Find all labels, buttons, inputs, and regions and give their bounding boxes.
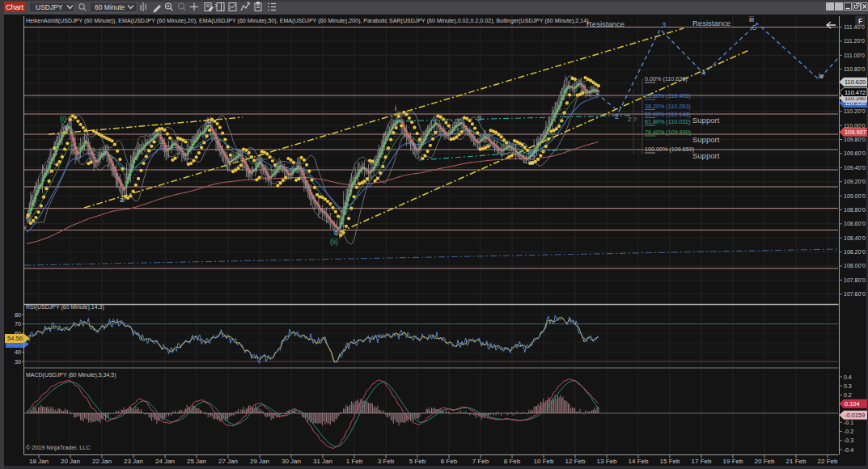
svg-text:0.00% (110.636): 0.00% (110.636) bbox=[645, 75, 688, 82]
svg-text:109.80’0: 109.80’0 bbox=[844, 137, 866, 142]
svg-text:Support: Support bbox=[692, 135, 720, 144]
svg-text:a: a bbox=[120, 196, 124, 204]
svg-text:USDJPY: USDJPY bbox=[36, 3, 63, 11]
svg-text:110.00’0: 110.00’0 bbox=[844, 123, 865, 129]
svg-text:2 ?: 2 ? bbox=[628, 116, 637, 123]
svg-text:i: i bbox=[565, 74, 566, 82]
svg-text:20 Feb: 20 Feb bbox=[755, 458, 775, 465]
svg-text:i: i bbox=[395, 104, 396, 112]
svg-text:110.620: 110.620 bbox=[845, 78, 866, 86]
svg-text:61.80% (110.032): 61.80% (110.032) bbox=[645, 118, 691, 125]
svg-text:10 Feb: 10 Feb bbox=[534, 458, 554, 465]
svg-text:22 Jan: 22 Jan bbox=[92, 458, 112, 465]
svg-text:b: b bbox=[207, 116, 211, 125]
svg-text:76.40% (109.890): 76.40% (109.890) bbox=[645, 129, 691, 136]
svg-text:60 Minute: 60 Minute bbox=[95, 3, 125, 11]
svg-text:110.80’0: 110.80’0 bbox=[844, 66, 865, 72]
svg-text:(ii): (ii) bbox=[330, 238, 338, 246]
svg-text:2: 2 bbox=[615, 112, 619, 120]
svg-text:c: c bbox=[334, 229, 338, 237]
svg-text:29 Jan: 29 Jan bbox=[250, 458, 269, 465]
svg-text:6 Feb: 6 Feb bbox=[441, 458, 458, 465]
svg-text:109.907: 109.907 bbox=[845, 129, 866, 136]
svg-text:C: C bbox=[531, 150, 537, 158]
svg-text:108.60’0: 108.60’0 bbox=[844, 221, 866, 226]
svg-text:40: 40 bbox=[15, 349, 21, 356]
svg-text:30 Jan: 30 Jan bbox=[282, 458, 301, 465]
svg-text:-0.1: -0.1 bbox=[844, 420, 853, 425]
svg-text:RSI(USDJPY (60 Minute),14,3): RSI(USDJPY (60 Minute),14,3) bbox=[26, 304, 104, 311]
svg-text:HeikenAshi8(USDJPY (60 Minute): HeikenAshi8(USDJPY (60 Minute)), EMA(USD… bbox=[26, 18, 589, 24]
svg-text:108.00’0: 108.00’0 bbox=[844, 263, 866, 268]
svg-text:111.40’0: 111.40’0 bbox=[844, 24, 865, 30]
svg-text:109.00’0: 109.00’0 bbox=[844, 193, 866, 199]
svg-text:iv: iv bbox=[819, 72, 824, 80]
svg-text:23.60% (110.406): 23.60% (110.406) bbox=[645, 92, 691, 99]
svg-text:109.20’0: 109.20’0 bbox=[844, 179, 866, 184]
svg-text:21 Feb: 21 Feb bbox=[786, 458, 807, 465]
svg-text:107.60’0: 107.60’0 bbox=[844, 291, 866, 297]
svg-text:25 Jan: 25 Jan bbox=[187, 458, 206, 465]
svg-text:19 Feb: 19 Feb bbox=[723, 458, 743, 465]
svg-text:5: 5 bbox=[752, 23, 756, 32]
svg-text:1 Feb: 1 Feb bbox=[346, 458, 363, 465]
svg-text:15 Feb: 15 Feb bbox=[660, 458, 680, 465]
svg-text:A: A bbox=[411, 140, 416, 148]
svg-text:18 Jan: 18 Jan bbox=[29, 458, 49, 465]
svg-text:0.104: 0.104 bbox=[845, 400, 860, 408]
svg-text:Chart: Chart bbox=[6, 3, 24, 11]
svg-text:80: 80 bbox=[15, 311, 21, 319]
svg-text:12 Feb: 12 Feb bbox=[565, 458, 586, 465]
svg-text:3 Feb: 3 Feb bbox=[378, 458, 395, 465]
svg-text:38.20% (110.263): 38.20% (110.263) bbox=[645, 103, 691, 110]
svg-text:-0.0159: -0.0159 bbox=[845, 412, 865, 419]
svg-text:3: 3 bbox=[662, 21, 666, 29]
svg-text:Support: Support bbox=[692, 151, 720, 160]
svg-text:8 Feb: 8 Feb bbox=[504, 458, 521, 465]
svg-text:24 Jan: 24 Jan bbox=[155, 458, 175, 465]
svg-text:F: F bbox=[858, 17, 862, 25]
svg-text:17 Feb: 17 Feb bbox=[692, 458, 712, 465]
svg-text:© 2019 NinjaTrader, LLC: © 2019 NinjaTrader, LLC bbox=[26, 444, 90, 451]
svg-text:111.20’0: 111.20’0 bbox=[844, 38, 865, 44]
svg-text:0.4: 0.4 bbox=[844, 374, 852, 380]
svg-text:7 Feb: 7 Feb bbox=[472, 458, 489, 465]
svg-text:MACD(USDJPY (60 Minute),5,34,5: MACD(USDJPY (60 Minute),5,34,5) bbox=[26, 372, 116, 378]
svg-text:-0.4: -0.4 bbox=[844, 447, 853, 453]
svg-text:110.20’0: 110.20’0 bbox=[844, 108, 865, 114]
svg-text:B: B bbox=[477, 114, 482, 122]
svg-text:0.3: 0.3 bbox=[844, 383, 852, 389]
svg-text:(i): (i) bbox=[60, 115, 66, 123]
svg-text:4: 4 bbox=[701, 69, 705, 77]
svg-text:5 Feb: 5 Feb bbox=[409, 458, 426, 465]
svg-text:Resistance: Resistance bbox=[586, 19, 625, 28]
svg-text:50.00% (110.148): 50.00% (110.148) bbox=[645, 111, 691, 118]
svg-text:31 Jan: 31 Jan bbox=[313, 458, 332, 465]
svg-text:14 Feb: 14 Feb bbox=[629, 458, 649, 465]
svg-text:107.80’0: 107.80’0 bbox=[844, 277, 866, 283]
svg-text:20 Jan: 20 Jan bbox=[61, 458, 80, 465]
svg-text:-0.3: -0.3 bbox=[844, 437, 853, 443]
svg-text:0.2: 0.2 bbox=[844, 392, 852, 398]
svg-text:54.56: 54.56 bbox=[7, 335, 23, 342]
svg-text:Support: Support bbox=[692, 116, 720, 125]
svg-text:100.00% (109.659): 100.00% (109.659) bbox=[645, 146, 694, 153]
svg-text:109.60’0: 109.60’0 bbox=[844, 150, 866, 156]
svg-text:110.472: 110.472 bbox=[845, 89, 866, 96]
svg-text:109.40’0: 109.40’0 bbox=[844, 165, 866, 171]
svg-text:111.00’0: 111.00’0 bbox=[844, 53, 865, 58]
svg-text:v: v bbox=[64, 123, 68, 131]
svg-text:30: 30 bbox=[15, 358, 21, 365]
svg-text:27 Jan: 27 Jan bbox=[218, 458, 238, 465]
svg-text:23 Jan: 23 Jan bbox=[124, 458, 143, 465]
svg-text:ii: ii bbox=[531, 158, 534, 167]
svg-text:22 Feb: 22 Feb bbox=[818, 458, 838, 465]
svg-text:108.20’0: 108.20’0 bbox=[844, 249, 866, 255]
svg-text:Resistance: Resistance bbox=[692, 19, 730, 27]
svg-text:iii: iii bbox=[749, 15, 754, 23]
svg-text:70: 70 bbox=[15, 320, 21, 327]
svg-text:-0.2: -0.2 bbox=[844, 429, 853, 434]
svg-text:108.80’0: 108.80’0 bbox=[844, 207, 866, 213]
svg-text:108.40’0: 108.40’0 bbox=[844, 235, 866, 241]
svg-text:13 Feb: 13 Feb bbox=[597, 458, 617, 465]
